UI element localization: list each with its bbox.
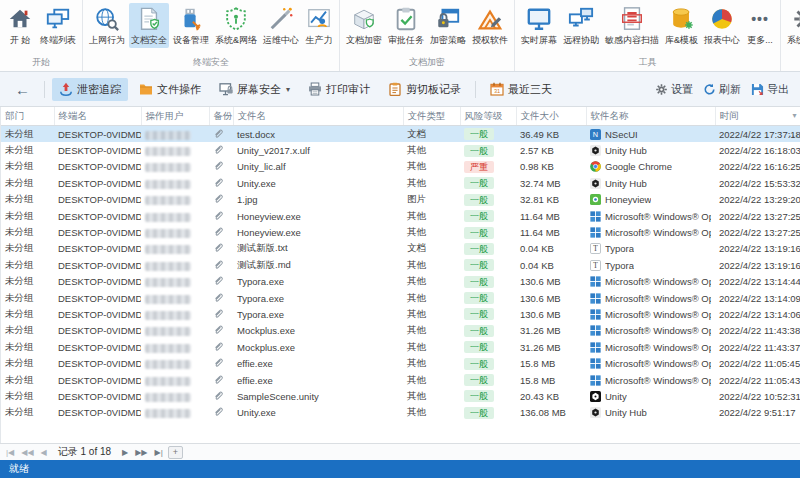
paperclip-icon[interactable] <box>213 324 224 335</box>
paperclip-icon[interactable] <box>213 390 224 401</box>
column-header[interactable]: 文件名 <box>233 107 403 126</box>
prev-page-button[interactable]: ◀ <box>39 448 49 457</box>
ribbon-item[interactable]: 敏感内容扫描 <box>603 3 661 48</box>
column-header[interactable]: 操作用户 <box>141 107 209 126</box>
paperclip-icon[interactable] <box>213 357 224 368</box>
table-row[interactable]: 未分组DESKTOP-0VIDMDJUnity.exe其他一般136.08 MB… <box>1 405 800 421</box>
column-header[interactable]: 文件大小 <box>516 107 586 126</box>
column-header[interactable]: 时间▾ <box>715 107 800 126</box>
toolbar-button[interactable]: 剪切板记录 <box>381 78 468 101</box>
windows-icon <box>590 325 601 336</box>
table-row[interactable]: 未分组DESKTOP-0VIDMDJMockplus.exe其他一般31.26 … <box>1 339 800 355</box>
row-more-button[interactable]: ... <box>788 126 799 142</box>
ribbon-item[interactable]: •••更多... <box>744 3 776 48</box>
risk-badge: 一般 <box>464 128 494 140</box>
ribbon-item[interactable]: 审批任务 <box>386 3 426 48</box>
ribbon-item[interactable]: 库&模板 <box>663 3 700 48</box>
column-header[interactable]: 文件类型 <box>403 107 460 126</box>
ribbon-item[interactable]: 文档加密 <box>344 3 384 48</box>
ribbon-item[interactable]: 设备管理 <box>171 3 211 48</box>
paperclip-icon[interactable] <box>213 259 224 270</box>
ribbon-item[interactable]: 授权软件 <box>470 3 510 48</box>
back-button[interactable]: ← <box>6 80 39 99</box>
column-header[interactable]: 软件名称 <box>586 107 715 126</box>
column-header[interactable]: 备份 <box>209 107 233 126</box>
table-row[interactable]: 未分组DESKTOP-0VIDMDJ1.jpg图片一般32.81 KBHoney… <box>1 192 800 208</box>
paperclip-icon[interactable] <box>213 275 224 286</box>
paperclip-icon[interactable] <box>213 144 224 155</box>
column-header-label: 备份 <box>214 110 233 121</box>
paperclip-icon[interactable] <box>213 193 224 204</box>
table-row[interactable]: 未分组DESKTOP-0VIDMDJUnity_lic.alf其他严重0.98 … <box>1 159 800 175</box>
table-row[interactable]: 未分组DESKTOP-0VIDMDJSampleScene.unity其他一般2… <box>1 388 800 404</box>
add-filter-button[interactable]: + <box>168 446 183 459</box>
ribbon-item[interactable]: 文档安全 <box>129 3 169 48</box>
cell-filetype: 文档 <box>403 241 460 257</box>
paperclip-icon[interactable] <box>213 160 224 171</box>
paperclip-icon[interactable] <box>213 177 224 188</box>
table-row[interactable]: 未分组DESKTOP-0VIDMDJ测试新版.txt文档一般0.04 KBTTy… <box>1 241 800 257</box>
cell-backup <box>209 405 233 421</box>
paperclip-icon[interactable] <box>213 210 224 221</box>
table-row[interactable]: 未分组DESKTOP-0VIDMDJUnity_v2017.x.ulf其他一般2… <box>1 142 800 158</box>
first-page-button[interactable]: |◀ <box>4 448 16 457</box>
table-row[interactable]: 未分组DESKTOP-0VIDMDJHoneyview.exe其他一般11.64… <box>1 208 800 224</box>
table-row[interactable]: 未分组DESKTOP-0VIDMDJ测试新版.md其他一般0.04 KBTTyp… <box>1 257 800 273</box>
export-button[interactable]: 导出 <box>746 79 794 100</box>
toolbar-button[interactable]: 泄密追踪 <box>52 78 128 101</box>
paperclip-icon[interactable] <box>213 226 224 237</box>
toolbar-button[interactable]: 31最近三天 <box>483 78 559 101</box>
ribbon-item[interactable]: 系统&网络 <box>213 3 259 48</box>
column-header[interactable]: 终端名 <box>54 107 141 126</box>
cell-time: 2022/4/22 13:27:25 <box>715 208 800 224</box>
ribbon-item[interactable]: 实时屏幕 <box>519 3 559 48</box>
ribbon-item[interactable]: 系统设置 <box>785 3 800 48</box>
next-page-button[interactable]: ▶ <box>120 448 130 457</box>
cell-software: Microsoft® Windows® Oper... <box>586 323 715 339</box>
cell-backup <box>209 175 233 191</box>
ribbon-item[interactable]: 开 始 <box>4 3 36 48</box>
last-page-button[interactable]: ▶| <box>153 448 165 457</box>
next-pageblock-button[interactable]: ▶▶ <box>133 448 149 457</box>
table-row[interactable]: 未分组DESKTOP-0VIDMDJtest.docx文档一般36.49 KBN… <box>1 126 800 143</box>
more-icon: ••• <box>746 5 774 33</box>
table-row[interactable]: 未分组DESKTOP-0VIDMDJHoneyview.exe其他一般11.64… <box>1 224 800 240</box>
table-row[interactable]: 未分组DESKTOP-0VIDMDJTypora.exe其他一般130.6 MB… <box>1 274 800 290</box>
paperclip-icon[interactable] <box>213 341 224 352</box>
refresh-button[interactable]: 刷新 <box>698 79 746 100</box>
column-menu-button[interactable]: ▾ <box>792 111 796 120</box>
ribbon-item[interactable]: 终端列表 <box>38 3 78 48</box>
ribbon-item[interactable]: 加密策略 <box>428 3 468 48</box>
cell-risk: 一般 <box>460 142 516 158</box>
column-header[interactable]: 部门 <box>1 107 54 126</box>
toolbar-button[interactable]: 文件操作 <box>132 78 208 101</box>
toolbar-button[interactable]: 打印审计 <box>301 78 377 101</box>
paperclip-icon[interactable] <box>213 374 224 385</box>
column-header[interactable]: 风险等级 <box>460 107 516 126</box>
cell-software: Microsoft® Windows® Oper... <box>586 224 715 240</box>
paperclip-icon[interactable] <box>213 406 224 417</box>
paperclip-icon[interactable] <box>213 242 224 253</box>
paperclip-icon[interactable] <box>213 308 224 319</box>
ribbon-item[interactable]: 生产力 <box>303 3 335 48</box>
paperclip-icon[interactable] <box>213 292 224 303</box>
cell-filename: 测试新版.txt <box>233 241 403 257</box>
ribbon-item[interactable]: 上网行为 <box>87 3 127 48</box>
paperclip-icon[interactable] <box>213 128 224 139</box>
table-row[interactable]: 未分组DESKTOP-0VIDMDJUnity.exe其他一般32.74 MBU… <box>1 175 800 191</box>
table-row[interactable]: 未分组DESKTOP-0VIDMDJeffie.exe其他一般15.8 MBMi… <box>1 372 800 388</box>
ribbon-item[interactable]: 远程协助 <box>561 3 601 48</box>
cell-terminal: DESKTOP-0VIDMDJ <box>54 388 141 404</box>
toolbar-button[interactable]: 屏幕安全▾ <box>212 78 297 101</box>
table-row[interactable]: 未分组DESKTOP-0VIDMDJTypora.exe其他一般130.6 MB… <box>1 306 800 322</box>
cell-filename: Typora.exe <box>233 274 403 290</box>
table-row[interactable]: 未分组DESKTOP-0VIDMDJeffie.exe其他一般15.8 MBMi… <box>1 355 800 371</box>
table-row[interactable]: 未分组DESKTOP-0VIDMDJTypora.exe其他一般130.6 MB… <box>1 290 800 306</box>
cell-time: 2022/4/22 13:29:20 <box>715 192 800 208</box>
table-row[interactable]: 未分组DESKTOP-0VIDMDJMockplus.exe其他一般31.26 … <box>1 323 800 339</box>
ribbon-item[interactable]: 运维中心 <box>261 3 301 48</box>
ribbon-item[interactable]: 报表中心 <box>702 3 742 48</box>
settings-button[interactable]: 设置 <box>650 79 698 100</box>
prev-pageblock-button[interactable]: ◀◀ <box>19 448 35 457</box>
toolbar-button-label: 剪切板记录 <box>406 82 461 97</box>
